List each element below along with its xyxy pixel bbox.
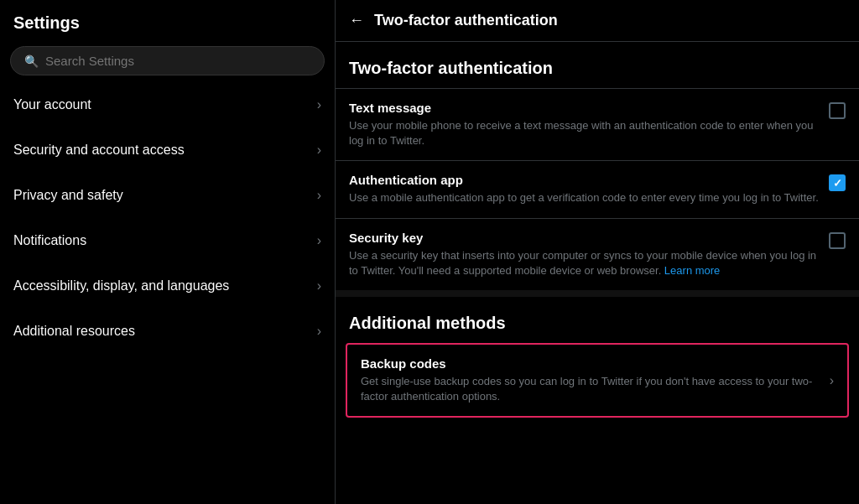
option-row-auth-app[interactable]: Authentication app Use a mobile authenti… bbox=[336, 160, 859, 217]
backup-codes-label: Backup codes bbox=[361, 356, 820, 371]
panel-content: Two-factor authentication Text message U… bbox=[336, 42, 859, 418]
chevron-right-icon: › bbox=[317, 278, 321, 294]
sidebar: Settings 🔍 Your account › Security and a… bbox=[0, 0, 336, 504]
panel-title: Two-factor authentication bbox=[374, 12, 558, 29]
search-bar[interactable]: 🔍 bbox=[10, 46, 325, 75]
search-input[interactable] bbox=[45, 54, 310, 68]
chevron-right-icon: › bbox=[317, 324, 321, 339]
option-row-security-key[interactable]: Security key Use a security key that ins… bbox=[336, 218, 859, 290]
option-label-auth-app: Authentication app bbox=[349, 173, 819, 187]
checkbox-box-security-key[interactable] bbox=[829, 232, 846, 249]
chevron-right-icon: › bbox=[317, 143, 321, 158]
backup-codes-chevron-icon: › bbox=[830, 373, 834, 388]
option-text-auth-app: Authentication app Use a mobile authenti… bbox=[349, 173, 819, 205]
sidebar-item-notifications[interactable]: Notifications › bbox=[0, 218, 335, 263]
option-desc-security-key: Use a security key that inserts into you… bbox=[349, 248, 819, 278]
chevron-right-icon: › bbox=[317, 233, 321, 248]
option-text-security-key: Security key Use a security key that ins… bbox=[349, 231, 819, 278]
backup-codes-row[interactable]: Backup codes Get single-use backup codes… bbox=[346, 343, 849, 418]
checkbox-security-key[interactable] bbox=[829, 232, 846, 249]
option-label-text-message: Text message bbox=[349, 101, 819, 115]
back-button[interactable]: ← bbox=[349, 12, 364, 29]
main-panel: ← Two-factor authentication Two-factor a… bbox=[336, 0, 859, 504]
backup-codes-text: Backup codes Get single-use backup codes… bbox=[361, 356, 820, 404]
option-label-security-key: Security key bbox=[349, 231, 819, 245]
checkbox-box-text-message[interactable] bbox=[829, 102, 846, 119]
checkbox-auth-app[interactable] bbox=[829, 174, 846, 191]
panel-header: ← Two-factor authentication bbox=[336, 0, 859, 42]
sidebar-item-accessibility[interactable]: Accessibility, display, and languages › bbox=[0, 263, 335, 309]
learn-more-link[interactable]: Learn more bbox=[664, 264, 720, 277]
additional-methods-title: Additional methods bbox=[336, 290, 859, 343]
sidebar-item-privacy[interactable]: Privacy and safety › bbox=[0, 173, 335, 218]
option-desc-auth-app: Use a mobile authentication app to get a… bbox=[349, 190, 819, 205]
chevron-right-icon: › bbox=[317, 97, 321, 112]
option-desc-text-message: Use your mobile phone to receive a text … bbox=[349, 118, 819, 148]
search-icon: 🔍 bbox=[24, 55, 39, 68]
checkbox-text-message[interactable] bbox=[829, 102, 846, 119]
option-row-text-message[interactable]: Text message Use your mobile phone to re… bbox=[336, 88, 859, 160]
chevron-right-icon: › bbox=[317, 188, 321, 203]
backup-codes-desc: Get single-use backup codes so you can l… bbox=[361, 374, 820, 404]
sidebar-item-your-account[interactable]: Your account › bbox=[0, 82, 335, 127]
checkbox-box-auth-app[interactable] bbox=[829, 174, 846, 191]
sidebar-item-additional-resources[interactable]: Additional resources › bbox=[0, 309, 335, 354]
sidebar-item-security[interactable]: Security and account access › bbox=[0, 127, 335, 173]
option-text-text-message: Text message Use your mobile phone to re… bbox=[349, 101, 819, 148]
sidebar-title: Settings bbox=[0, 0, 335, 43]
section-title: Two-factor authentication bbox=[336, 42, 859, 88]
